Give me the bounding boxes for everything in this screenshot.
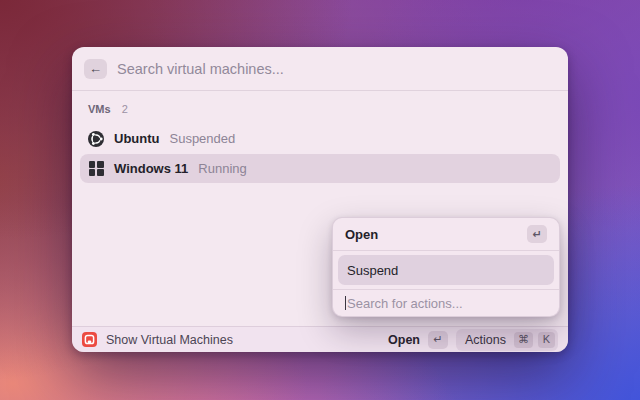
section-header: VMs 2 [80, 99, 560, 124]
return-key-icon: ↵ [527, 225, 547, 243]
vm-status: Running [198, 161, 246, 176]
windows-logo-icon [88, 161, 104, 177]
actions-menu-button[interactable]: Actions ⌘ K [456, 329, 558, 351]
section-label: VMs [88, 103, 111, 115]
command-key-icon: ⌘ [514, 332, 533, 348]
action-item-suspend[interactable]: Suspend [338, 255, 554, 285]
vm-row-ubuntu[interactable]: Ubuntu Suspended [80, 124, 560, 153]
back-button[interactable]: ← [84, 59, 107, 79]
action-suspend-label: Suspend [347, 263, 398, 278]
command-title: Show Virtual Machines [106, 333, 233, 347]
search-bar: ← Search virtual machines... [72, 47, 568, 91]
launcher-window: ← Search virtual machines... VMs 2 [72, 47, 568, 352]
action-open-label: Open [345, 227, 378, 242]
vm-name: Ubuntu [114, 131, 159, 146]
actions-label: Actions [465, 333, 506, 347]
vm-status: Suspended [169, 131, 235, 146]
action-search-input[interactable]: Search for actions... [333, 290, 559, 316]
ubuntu-logo-icon [88, 131, 104, 147]
k-key-icon: K [538, 332, 555, 348]
divider [333, 250, 559, 251]
section-count: 2 [122, 103, 128, 115]
results-list: VMs 2 [72, 91, 568, 326]
action-search-placeholder: Search for actions... [347, 296, 463, 311]
actions-popover: Open ↵ Suspend Search for actions... [332, 217, 560, 317]
search-input[interactable]: Search virtual machines... [117, 61, 284, 77]
back-arrow-icon: ← [89, 62, 102, 75]
action-item-open[interactable]: Open ↵ [333, 218, 559, 250]
vm-row-windows-11[interactable]: Windows 11 Running [80, 154, 560, 183]
return-key-icon: ↵ [428, 331, 448, 349]
extension-icon [82, 332, 97, 347]
text-caret [345, 296, 346, 310]
vm-name: Windows 11 [114, 161, 188, 176]
primary-action-label[interactable]: Open [388, 333, 420, 347]
footer-bar: Show Virtual Machines Open ↵ Actions ⌘ K [72, 326, 568, 352]
footer-actions: Open ↵ Actions ⌘ K [388, 329, 558, 351]
